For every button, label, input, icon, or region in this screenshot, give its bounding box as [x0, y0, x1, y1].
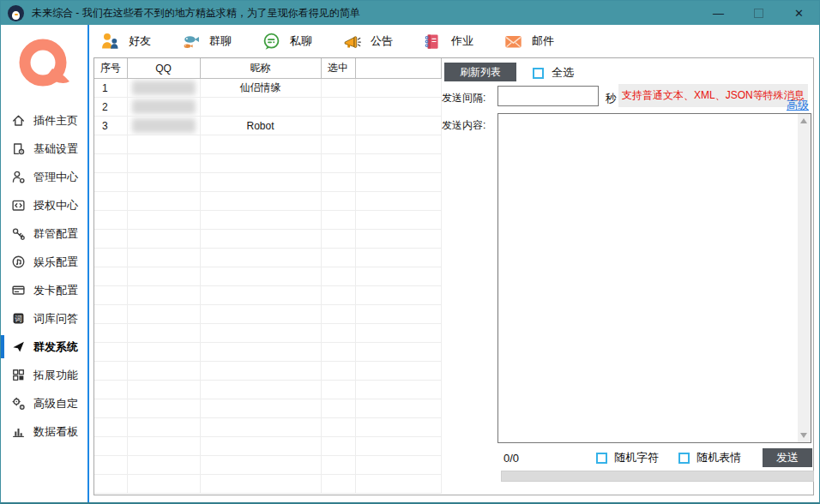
empty-table-row[interactable]: [94, 230, 441, 249]
empty-cell: [355, 173, 441, 192]
empty-cell: [127, 305, 200, 324]
sidebar-item-extensions[interactable]: 拓展功能: [1, 361, 87, 389]
empty-table-row[interactable]: [94, 154, 441, 173]
empty-table-row[interactable]: [94, 418, 441, 437]
toolbar-item-label: 好友: [129, 33, 151, 49]
toolbar-item-announcement[interactable]: 公告: [342, 32, 393, 51]
empty-table-row[interactable]: [94, 381, 441, 399]
scroll-up-icon[interactable]: [800, 118, 807, 123]
empty-table-row[interactable]: [94, 192, 441, 211]
row-index: 2: [94, 98, 127, 117]
interval-input[interactable]: [497, 86, 599, 106]
empty-cell: [94, 154, 127, 173]
selected-cell[interactable]: [321, 79, 355, 98]
empty-table-row[interactable]: [94, 343, 441, 362]
sidebar-item-advanced-custom[interactable]: 高级自定: [1, 389, 87, 417]
sidebar-menu: 插件主页基础设置管理中心授权中心群管配置娱乐配置发卡配置词词库问答群发系统拓展功…: [1, 106, 87, 446]
empty-table-row[interactable]: [94, 211, 441, 230]
toolbar-item-friends[interactable]: 好友: [100, 32, 151, 51]
empty-cell: [127, 343, 200, 362]
empty-table-row[interactable]: [94, 362, 441, 381]
sidebar-item-data-dashboard[interactable]: 数据看板: [1, 417, 87, 446]
empty-table-row[interactable]: [94, 456, 441, 475]
sidebar-item-auth-center[interactable]: 授权中心: [1, 191, 87, 219]
empty-cell: [321, 286, 355, 305]
empty-cell: [355, 343, 441, 362]
empty-cell: [94, 475, 127, 494]
empty-cell: [355, 249, 441, 267]
empty-cell: [321, 173, 355, 192]
sidebar-item-plugin-home[interactable]: 插件主页: [1, 106, 87, 135]
toolbar-item-private-chat[interactable]: 私聊: [262, 32, 312, 51]
random-emoji-checkbox[interactable]: [678, 453, 690, 464]
empty-cell: [321, 305, 355, 324]
sidebar-item-label: 群发系统: [33, 339, 78, 355]
empty-cell: [355, 418, 441, 437]
send-progress-bar: [501, 471, 814, 482]
empty-table-row[interactable]: [94, 399, 441, 418]
empty-cell: [200, 135, 321, 154]
empty-cell: [200, 418, 321, 437]
empty-table-row[interactable]: [94, 437, 441, 456]
empty-table-row[interactable]: [94, 305, 441, 324]
empty-cell: [355, 135, 441, 154]
app-window: 未来综合 - 我们在这些看不到的地方精益求精，为了呈现你看得见的简单 — ✕ 插…: [0, 0, 820, 504]
table-row[interactable]: 2: [94, 98, 441, 117]
sidebar-item-entertainment[interactable]: 娱乐配置: [1, 248, 87, 276]
toolbar-item-group-chat[interactable]: 群聊: [181, 32, 232, 51]
empty-cell: [127, 249, 200, 267]
empty-cell: [355, 305, 441, 324]
empty-table-row[interactable]: [94, 286, 441, 305]
refresh-list-button[interactable]: 刷新列表: [444, 63, 516, 81]
empty-cell: [94, 230, 127, 249]
empty-cell: [127, 381, 200, 399]
table-row[interactable]: 3Robot: [94, 117, 441, 135]
empty-table-row[interactable]: [94, 249, 441, 267]
column-header: 选中: [321, 58, 355, 79]
empty-cell: [127, 286, 200, 305]
maximize-button[interactable]: [739, 1, 779, 25]
empty-cell: [200, 192, 321, 211]
empty-cell: [321, 456, 355, 475]
empty-cell: [127, 135, 200, 154]
scroll-down-icon[interactable]: [800, 433, 807, 438]
select-all-checkbox[interactable]: [533, 68, 544, 79]
sidebar-item-group-manage[interactable]: 群管配置: [1, 219, 87, 248]
random-chars-label: 随机字符: [614, 450, 659, 465]
sidebar-item-admin-center[interactable]: 管理中心: [1, 163, 87, 191]
empty-cell: [321, 135, 355, 154]
sidebar-item-label: 基础设置: [33, 141, 78, 157]
random-chars-checkbox[interactable]: [596, 453, 607, 464]
empty-table-row[interactable]: [94, 267, 441, 286]
empty-table-row[interactable]: [94, 173, 441, 192]
megaphone-icon: [342, 32, 362, 51]
empty-cell: [127, 456, 200, 475]
empty-cell: [355, 362, 441, 381]
sidebar-item-mass-send[interactable]: 群发系统: [1, 333, 87, 361]
empty-cell: [321, 211, 355, 230]
minimize-button[interactable]: —: [698, 1, 739, 25]
empty-table-row[interactable]: [94, 135, 441, 154]
content-label: 发送内容:: [442, 118, 485, 133]
qq-blur: [132, 118, 196, 133]
sidebar-item-label: 发卡配置: [33, 283, 78, 298]
sidebar-separator: [87, 25, 89, 502]
toolbar-item-mail[interactable]: 邮件: [503, 32, 554, 51]
empty-cell: [200, 362, 321, 381]
message-textarea[interactable]: [497, 113, 811, 443]
textarea-scrollbar[interactable]: [798, 114, 811, 442]
table-row[interactable]: 1仙侣情缘: [94, 79, 441, 98]
advanced-link[interactable]: 高级: [787, 98, 809, 113]
sidebar-item-card-config[interactable]: 发卡配置: [1, 276, 87, 304]
music-icon: [11, 255, 26, 269]
selected-cell[interactable]: [321, 98, 355, 117]
close-button[interactable]: ✕: [779, 1, 819, 25]
sidebar-item-thesaurus-qa[interactable]: 词词库问答: [1, 304, 87, 333]
sidebar-item-basic-settings[interactable]: 基础设置: [1, 135, 87, 163]
empty-table-row[interactable]: [94, 475, 441, 494]
empty-table-row[interactable]: [94, 324, 441, 343]
send-button[interactable]: 发送: [763, 448, 812, 467]
empty-cell: [94, 362, 127, 381]
toolbar-item-homework[interactable]: 作业: [423, 32, 473, 51]
selected-cell[interactable]: [321, 117, 355, 135]
